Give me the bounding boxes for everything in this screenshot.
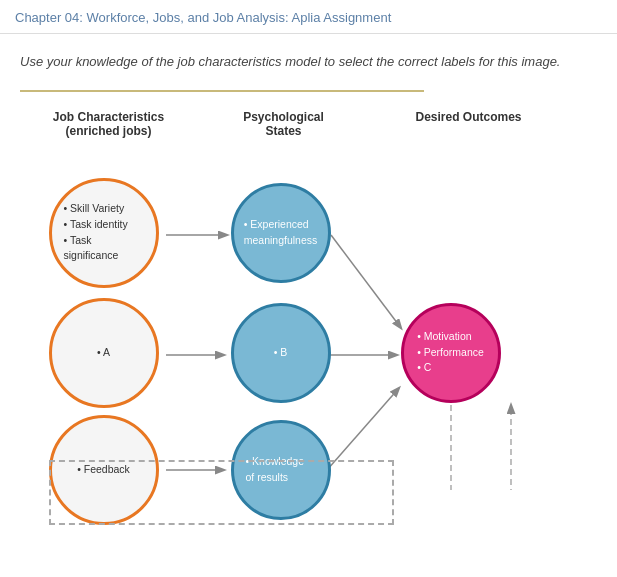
col-header-desired-outcomes: Desired Outcomes — [409, 110, 529, 124]
circle-orange-top: • Skill Variety• Task identity• Task sig… — [49, 178, 159, 288]
circle-pink-text: • Motivation• Performance• C — [417, 329, 484, 376]
circle-orange-mid-text: • A — [97, 345, 110, 361]
main-content: Use your knowledge of the job characteri… — [0, 34, 617, 508]
dashed-rect — [49, 460, 394, 525]
divider — [20, 90, 424, 92]
circle-blue-top: • Experienced meaningfulness — [231, 183, 331, 283]
page-header: Chapter 04: Workforce, Jobs, and Job Ana… — [0, 0, 617, 34]
page-title: Chapter 04: Workforce, Jobs, and Job Ana… — [15, 10, 602, 25]
circle-blue-mid-text: • B — [274, 345, 288, 361]
svg-line-6 — [331, 235, 401, 328]
circle-blue-mid: • B — [231, 303, 331, 403]
diagram: Job Characteristics(enriched jobs) Psych… — [29, 110, 589, 490]
col-header-psychological-states: Psychological States — [229, 110, 339, 138]
circle-blue-top-text: • Experienced meaningfulness — [244, 217, 318, 249]
svg-line-10 — [327, 388, 399, 470]
col-header-job-characteristics: Job Characteristics(enriched jobs) — [49, 110, 169, 138]
circle-orange-top-text: • Skill Variety• Task identity• Task sig… — [64, 201, 144, 264]
circle-orange-mid: • A — [49, 298, 159, 408]
instruction: Use your knowledge of the job characteri… — [20, 52, 597, 72]
circle-pink: • Motivation• Performance• C — [401, 303, 501, 403]
